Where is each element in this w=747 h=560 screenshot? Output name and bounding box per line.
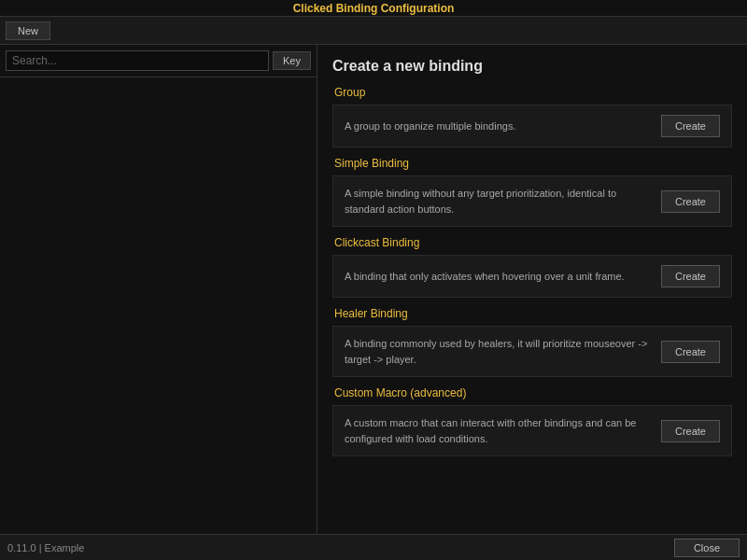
binding-section-4: Custom Macro (advanced)A custom macro th… (332, 386, 732, 456)
binding-row-3: A binding commonly used by healers, it w… (332, 326, 732, 377)
create-button-2[interactable]: Create (661, 265, 720, 287)
window-title: Clicked Binding Configuration (293, 2, 455, 15)
create-button-4[interactable]: Create (661, 420, 720, 442)
binding-section-name-3: Healer Binding (332, 307, 732, 320)
binding-section-name-2: Clickcast Binding (332, 236, 732, 249)
key-button[interactable]: Key (273, 51, 311, 70)
close-button[interactable]: Close (674, 539, 740, 557)
search-bar: Key (0, 45, 317, 77)
binding-description-3: A binding commonly used by healers, it w… (345, 336, 650, 367)
create-button-3[interactable]: Create (661, 341, 720, 363)
main-container: Key Create a new binding GroupA group to… (0, 45, 747, 556)
create-button-0[interactable]: Create (661, 115, 720, 137)
title-bar: Clicked Binding Configuration (0, 0, 747, 17)
new-button[interactable]: New (6, 21, 50, 40)
search-input[interactable] (6, 50, 269, 71)
binding-section-name-1: Simple Binding (332, 157, 732, 170)
panel-title: Create a new binding (332, 58, 732, 75)
binding-description-2: A binding that only activates when hover… (345, 269, 650, 285)
binding-section-3: Healer BindingA binding commonly used by… (332, 307, 732, 377)
binding-section-2: Clickcast BindingA binding that only act… (332, 236, 732, 298)
version-label: 0.11.0 | Example (7, 542, 84, 553)
create-button-1[interactable]: Create (661, 190, 720, 213)
binding-description-1: A simple binding without any target prio… (345, 186, 650, 217)
binding-section-name-0: Group (332, 86, 732, 99)
sidebar: Key (0, 45, 317, 556)
binding-row-1: A simple binding without any target prio… (332, 175, 732, 227)
binding-section-name-4: Custom Macro (advanced) (332, 386, 732, 399)
right-panel: Create a new binding GroupA group to org… (317, 45, 747, 556)
binding-description-0: A group to organize multiple bindings. (345, 119, 650, 134)
binding-description-4: A custom macro that can interact with ot… (345, 415, 650, 446)
binding-row-4: A custom macro that can interact with ot… (332, 405, 732, 456)
binding-section-1: Simple BindingA simple binding without a… (332, 157, 732, 227)
binding-row-2: A binding that only activates when hover… (332, 255, 732, 298)
toolbar: New (0, 17, 747, 45)
binding-section-0: GroupA group to organize multiple bindin… (332, 86, 732, 147)
binding-row-0: A group to organize multiple bindings.Cr… (332, 105, 732, 147)
footer: 0.11.0 | Example Close (0, 534, 747, 560)
bindings-container: GroupA group to organize multiple bindin… (332, 86, 732, 456)
